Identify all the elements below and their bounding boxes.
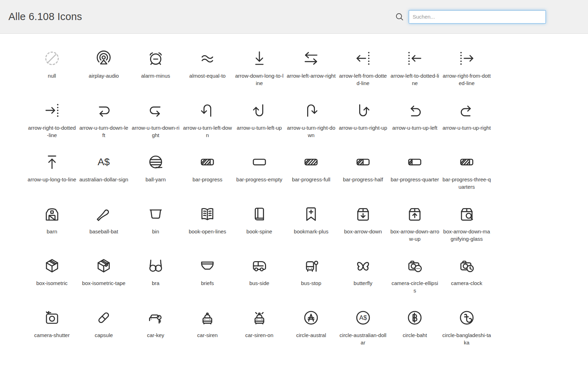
icon-label: butterfly [338, 279, 388, 287]
icon-cell-car-key[interactable]: car-key [130, 309, 182, 361]
icon-label: airplay-audio [79, 72, 128, 79]
icon-cell-bin[interactable]: bin [130, 205, 182, 257]
bin-icon [147, 205, 164, 223]
circle-austral-icon [302, 309, 320, 327]
icon-cell-bar-progress-quarter[interactable]: bar-progress-quarter [389, 153, 441, 205]
icon-label: bar-progress-full [286, 176, 336, 183]
icon-cell-barn[interactable]: barn [26, 205, 78, 257]
icon-cell-camera-shutter[interactable]: camera-shutter [26, 309, 78, 361]
page-title: Alle 6.108 Icons [8, 11, 82, 22]
icon-label: arrow-left-from-dotted-line [338, 72, 388, 87]
icon-cell-box-arrow-down[interactable]: box-arrow-down [337, 205, 389, 257]
icon-label: arrow-u-turn-right-up [338, 124, 388, 131]
icon-cell-car-siren[interactable]: car-siren [182, 309, 234, 361]
icon-label: bra [131, 279, 180, 287]
icon-cell-bus-side[interactable]: bus-side [233, 257, 285, 309]
icon-cell-australian-dollar-sign[interactable]: A$australian-dollar-sign [78, 153, 130, 205]
capsule-icon [95, 309, 112, 327]
camera-clock-icon [458, 257, 476, 275]
airplay-audio-icon [95, 50, 112, 67]
icon-label: arrow-right-to-dotted-line [27, 124, 77, 139]
car-key-icon [147, 309, 164, 327]
icon-label: box-isometric [27, 279, 77, 287]
null-icon [43, 50, 61, 67]
icon-label: alarm-minus [131, 72, 180, 79]
icon-cell-arrow-left-to-dotted-line[interactable]: arrow-left-to-dotted-line [389, 50, 441, 102]
icon-cell-circle-austral[interactable]: circle-austral [285, 309, 337, 361]
icon-label: arrow-left-arrow-right [286, 72, 336, 79]
car-siren-on-icon [251, 309, 268, 327]
icon-cell-almost-equal-to[interactable]: almost-equal-to [182, 50, 234, 102]
icon-cell-circle-australian-dollar[interactable]: A$circle-australian-dollar [337, 309, 389, 361]
arrow-left-from-dotted-line-icon [354, 50, 372, 67]
icon-cell-box-isometric-tape[interactable]: box-isometric-tape [78, 257, 130, 309]
icon-cell-arrow-down-long-to-line[interactable]: arrow-down-long-to-line [233, 50, 285, 102]
icon-cell-book-spine[interactable]: book-spine [233, 205, 285, 257]
search-input[interactable] [409, 10, 546, 24]
icon-cell-arrow-u-turn-left-down[interactable]: arrow-u-turn-left-down [182, 102, 234, 154]
icon-cell-box-arrow-down-arrow-up[interactable]: box-arrow-down-arrow-up [389, 205, 441, 257]
icon-label: bin [131, 228, 180, 235]
icon-cell-arrow-right-to-dotted-line[interactable]: arrow-right-to-dotted-line [26, 102, 78, 154]
arrow-left-to-dotted-line-icon [406, 50, 424, 67]
icon-cell-airplay-audio[interactable]: airplay-audio [78, 50, 130, 102]
icon-cell-arrow-u-turn-up-left[interactable]: arrow-u-turn-up-left [389, 102, 441, 154]
arrow-right-from-dotted-line-icon [458, 50, 476, 67]
box-arrow-down-magnifying-glass-icon [458, 205, 476, 223]
icon-cell-arrow-u-turn-right-down[interactable]: arrow-u-turn-right-down [285, 102, 337, 154]
icon-cell-ball-yarn[interactable]: ball-yarn [130, 153, 182, 205]
icon-cell-bra[interactable]: bra [130, 257, 182, 309]
icon-cell-bar-progress-half[interactable]: bar-progress-half [337, 153, 389, 205]
book-open-lines-icon [199, 205, 216, 223]
icon-label: australian-dollar-sign [79, 176, 128, 183]
camera-circle-ellipsis-icon [406, 257, 424, 275]
icon-cell-capsule[interactable]: capsule [78, 309, 130, 361]
icon-cell-arrow-u-turn-right-up[interactable]: arrow-u-turn-right-up [337, 102, 389, 154]
icon-cell-car-siren-on[interactable]: car-siren-on [233, 309, 285, 361]
icon-cell-bookmark-plus[interactable]: bookmark-plus [285, 205, 337, 257]
icon-cell-box-isometric[interactable]: box-isometric [26, 257, 78, 309]
icon-cell-alarm-minus[interactable]: alarm-minus [130, 50, 182, 102]
bar-progress-three-quarters-icon [458, 153, 476, 171]
icon-cell-box-arrow-down-magnifying-glass[interactable]: box-arrow-down-magnifying-glass [441, 205, 493, 257]
bus-side-icon [251, 257, 268, 275]
icon-cell-circle-bangladeshi-taka[interactable]: circle-bangladeshi-taka [441, 309, 493, 361]
camera-shutter-icon [43, 309, 61, 327]
icon-cell-null[interactable]: null [26, 50, 78, 102]
icon-cell-bar-progress-three-quarters[interactable]: bar-progress-three-quarters [441, 153, 493, 205]
icon-cell-butterfly[interactable]: butterfly [337, 257, 389, 309]
icon-label: arrow-right-from-dotted-line [442, 72, 491, 87]
icon-label: box-arrow-down-magnifying-glass [442, 228, 491, 243]
icon-cell-baseball-bat[interactable]: baseball-bat [78, 205, 130, 257]
icon-cell-bar-progress-full[interactable]: bar-progress-full [285, 153, 337, 205]
icon-label: null [27, 72, 77, 79]
icon-cell-camera-clock[interactable]: camera-clock [441, 257, 493, 309]
app-header: Alle 6.108 Icons [0, 0, 588, 34]
icon-cell-arrow-left-arrow-right[interactable]: arrow-left-arrow-right [285, 50, 337, 102]
icon-cell-arrow-u-turn-down-right[interactable]: arrow-u-turn-down-right [130, 102, 182, 154]
icon-cell-arrow-u-turn-left-up[interactable]: arrow-u-turn-left-up [233, 102, 285, 154]
icon-cell-bar-progress-empty[interactable]: bar-progress-empty [233, 153, 285, 205]
icon-label: box-arrow-down [338, 228, 388, 235]
icon-label: camera-circle-ellipsis [390, 279, 439, 294]
icon-cell-briefs[interactable]: briefs [182, 257, 234, 309]
icon-label: circle-australian-dollar [338, 331, 388, 346]
icon-cell-camera-circle-ellipsis[interactable]: camera-circle-ellipsis [389, 257, 441, 309]
icon-label: bus-side [235, 279, 284, 287]
icon-cell-arrow-u-turn-down-left[interactable]: arrow-u-turn-down-left [78, 102, 130, 154]
box-isometric-icon [43, 257, 61, 275]
icon-cell-circle-baht[interactable]: circle-baht [389, 309, 441, 361]
icon-cell-arrow-right-from-dotted-line[interactable]: arrow-right-from-dotted-line [441, 50, 493, 102]
icon-label: box-arrow-down-arrow-up [390, 228, 439, 243]
icon-label: car-siren [183, 331, 232, 339]
icon-cell-arrow-u-turn-up-right[interactable]: arrow-u-turn-up-right [441, 102, 493, 154]
icon-cell-arrow-left-from-dotted-line[interactable]: arrow-left-from-dotted-line [337, 50, 389, 102]
arrow-right-to-dotted-line-icon [43, 102, 61, 119]
icon-cell-arrow-up-long-to-line[interactable]: arrow-up-long-to-line [26, 153, 78, 205]
arrow-u-turn-right-down-icon [302, 102, 320, 119]
icon-cell-bus-stop[interactable]: bus-stop [285, 257, 337, 309]
icon-label: bus-stop [286, 279, 336, 287]
icon-cell-book-open-lines[interactable]: book-open-lines [182, 205, 234, 257]
icon-cell-bar-progress[interactable]: bar-progress [182, 153, 234, 205]
bookmark-plus-icon [302, 205, 320, 223]
